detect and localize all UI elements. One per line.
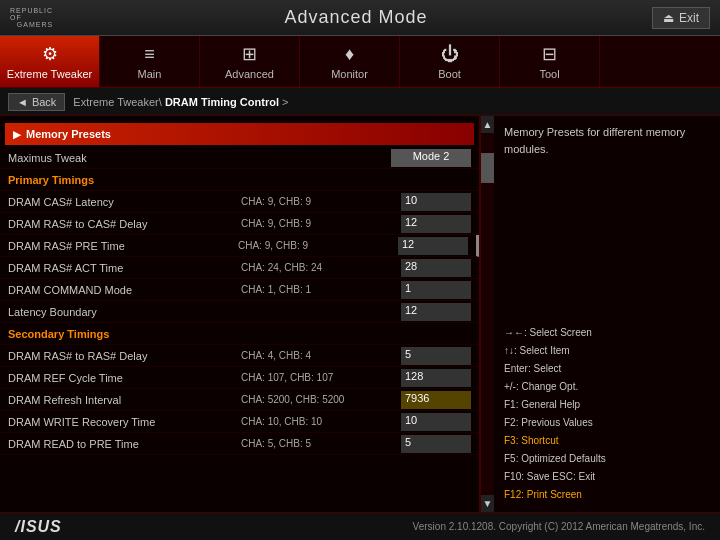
list-item[interactable]: Maximus Tweak Mode 2 xyxy=(0,147,479,169)
list-item[interactable]: DRAM WRITE Recovery Time CHA: 10, CHB: 1… xyxy=(0,411,479,433)
tab-extreme-tweaker[interactable]: ⚙ Extreme Tweaker xyxy=(0,36,100,87)
shortcut-item: F10: Save ESC: Exit xyxy=(504,468,710,486)
right-panel: Memory Presets for different memory modu… xyxy=(494,116,720,512)
setting-channels: CHA: 107, CHB: 107 xyxy=(241,372,401,383)
setting-channels: CHA: 5, CHB: 5 xyxy=(241,438,401,449)
exit-icon: ⏏ xyxy=(663,11,674,25)
setting-value: 12 xyxy=(401,215,471,233)
shortcut-item: ↑↓: Select Item xyxy=(504,342,710,360)
scroll-track xyxy=(481,133,494,495)
breadcrumb-path: Extreme Tweaker\ xyxy=(73,96,161,108)
setting-value: 128 xyxy=(401,369,471,387)
logo-area: REPUBLIC OF GAMERS xyxy=(10,4,60,32)
main-icon: ≡ xyxy=(144,44,155,65)
list-item[interactable]: Latency Boundary 12 xyxy=(0,301,479,323)
list-item[interactable]: DRAM RAS# to RAS# Delay CHA: 4, CHB: 4 5 xyxy=(0,345,479,367)
shortcut-f12: F12: Print Screen xyxy=(504,486,710,504)
exit-label: Exit xyxy=(679,11,699,25)
setting-value: 5 xyxy=(401,347,471,365)
list-item[interactable]: DRAM COMMAND Mode CHA: 1, CHB: 1 1 xyxy=(0,279,479,301)
back-button[interactable]: ◄ Back xyxy=(8,93,65,111)
setting-label: DRAM RAS# to RAS# Delay xyxy=(8,350,241,362)
setting-label: DRAM RAS# ACT Time xyxy=(8,262,241,274)
setting-value: 10 xyxy=(401,413,471,431)
setting-value: 12 xyxy=(398,237,468,255)
tab-tool-label: Tool xyxy=(539,68,559,80)
setting-channels: CHA: 1, CHB: 1 xyxy=(241,284,401,295)
list-item: Primary Timings xyxy=(0,169,479,191)
tab-extreme-tweaker-label: Extreme Tweaker xyxy=(7,68,92,80)
setting-label: Latency Boundary xyxy=(8,306,241,318)
setting-label: DRAM READ to PRE Time xyxy=(8,438,241,450)
setting-channels: CHA: 5200, CHB: 5200 xyxy=(241,394,401,405)
breadcrumb-separator: > xyxy=(282,96,288,108)
setting-channels: CHA: 24, CHB: 24 xyxy=(241,262,401,273)
tab-advanced-label: Advanced xyxy=(225,68,274,80)
memory-presets-header[interactable]: ▶ Memory Presets xyxy=(5,123,474,145)
monitor-icon: ♦ xyxy=(345,44,354,65)
shortcut-f3: F3: Shortcut xyxy=(504,432,710,450)
list-item[interactable]: DRAM RAS# to CAS# Delay CHA: 9, CHB: 9 1… xyxy=(0,213,479,235)
list-item[interactable]: DRAM REF Cycle Time CHA: 107, CHB: 107 1… xyxy=(0,367,479,389)
setting-channels: CHA: 10, CHB: 10 xyxy=(241,416,401,427)
setting-channels: CHA: 9, CHB: 9 xyxy=(241,218,401,229)
setting-label: DRAM Refresh Interval xyxy=(8,394,241,406)
setting-value: 10 xyxy=(401,193,471,211)
setting-value: 12 xyxy=(401,303,471,321)
setting-channels: CHA: 9, CHB: 9 xyxy=(241,196,401,207)
setting-value: 7936 xyxy=(401,391,471,409)
breadcrumb-current: DRAM Timing Control xyxy=(165,96,279,108)
tab-boot-label: Boot xyxy=(438,68,461,80)
exit-button[interactable]: ⏏ Exit xyxy=(652,7,710,29)
bottom-bar: /ISUS Version 2.10.1208. Copyright (C) 2… xyxy=(0,512,720,540)
rog-logo-line1: REPUBLIC OF xyxy=(10,7,60,21)
shortcut-list: →←: Select Screen ↑↓: Select Item Enter:… xyxy=(504,324,710,504)
setting-channels: CHA: 9, CHB: 9 xyxy=(238,240,398,251)
category-label: Secondary Timings xyxy=(8,328,471,340)
tab-tool[interactable]: ⊟ Tool xyxy=(500,36,600,87)
shortcut-item: F1: General Help xyxy=(504,396,710,414)
list-item[interactable]: DRAM RAS# PRE Time CHA: 9, CHB: 9 12 xyxy=(0,235,479,257)
category-label: Primary Timings xyxy=(8,174,471,186)
tab-main[interactable]: ≡ Main xyxy=(100,36,200,87)
section-arrow-icon: ▶ xyxy=(13,129,21,140)
scrollbar[interactable]: ▲ ▼ xyxy=(480,116,494,512)
header-bar: REPUBLIC OF GAMERS Advanced Mode ⏏ Exit xyxy=(0,0,720,36)
list-item[interactable]: DRAM RAS# ACT Time CHA: 24, CHB: 24 28 xyxy=(0,257,479,279)
list-item[interactable]: DRAM CAS# Latency CHA: 9, CHB: 9 10 xyxy=(0,191,479,213)
shortcut-item: F5: Optimized Defaults xyxy=(504,450,710,468)
main-content: ▶ Memory Presets Maximus Tweak Mode 2 Pr… xyxy=(0,116,720,512)
nav-tabs: ⚙ Extreme Tweaker ≡ Main ⊞ Advanced ♦ Mo… xyxy=(0,36,720,88)
tab-advanced[interactable]: ⊞ Advanced xyxy=(200,36,300,87)
advanced-icon: ⊞ xyxy=(242,43,257,65)
list-item: Secondary Timings xyxy=(0,323,479,345)
breadcrumb: Extreme Tweaker\ DRAM Timing Control > xyxy=(73,96,288,108)
back-label: Back xyxy=(32,96,56,108)
breadcrumb-bar: ◄ Back Extreme Tweaker\ DRAM Timing Cont… xyxy=(0,88,720,116)
setting-label: DRAM WRITE Recovery Time xyxy=(8,416,241,428)
tab-monitor[interactable]: ♦ Monitor xyxy=(300,36,400,87)
section-title: Memory Presets xyxy=(26,128,111,140)
setting-value: 5 xyxy=(401,435,471,453)
setting-value: Mode 2 xyxy=(391,149,471,167)
tab-boot[interactable]: ⏻ Boot xyxy=(400,36,500,87)
left-panel: ▶ Memory Presets Maximus Tweak Mode 2 Pr… xyxy=(0,116,480,512)
list-item[interactable]: DRAM READ to PRE Time CHA: 5, CHB: 5 5 xyxy=(0,433,479,455)
setting-label: DRAM RAS# to CAS# Delay xyxy=(8,218,241,230)
tab-monitor-label: Monitor xyxy=(331,68,368,80)
boot-icon: ⏻ xyxy=(441,44,459,65)
help-text: Memory Presets for different memory modu… xyxy=(504,124,710,157)
scroll-thumb[interactable] xyxy=(481,153,494,183)
tool-icon: ⊟ xyxy=(542,43,557,65)
shortcut-item: +/-: Change Opt. xyxy=(504,378,710,396)
extreme-tweaker-icon: ⚙ xyxy=(42,43,58,65)
rog-logo-line2: GAMERS xyxy=(17,21,53,28)
shortcut-item: Enter: Select xyxy=(504,360,710,378)
setting-label: DRAM REF Cycle Time xyxy=(8,372,241,384)
list-item[interactable]: DRAM Refresh Interval CHA: 5200, CHB: 52… xyxy=(0,389,479,411)
setting-value: 1 xyxy=(401,281,471,299)
setting-label: Maximus Tweak xyxy=(8,152,231,164)
back-arrow-icon: ◄ xyxy=(17,96,28,108)
setting-value: 28 xyxy=(401,259,471,277)
asus-logo: /ISUS xyxy=(15,518,62,536)
